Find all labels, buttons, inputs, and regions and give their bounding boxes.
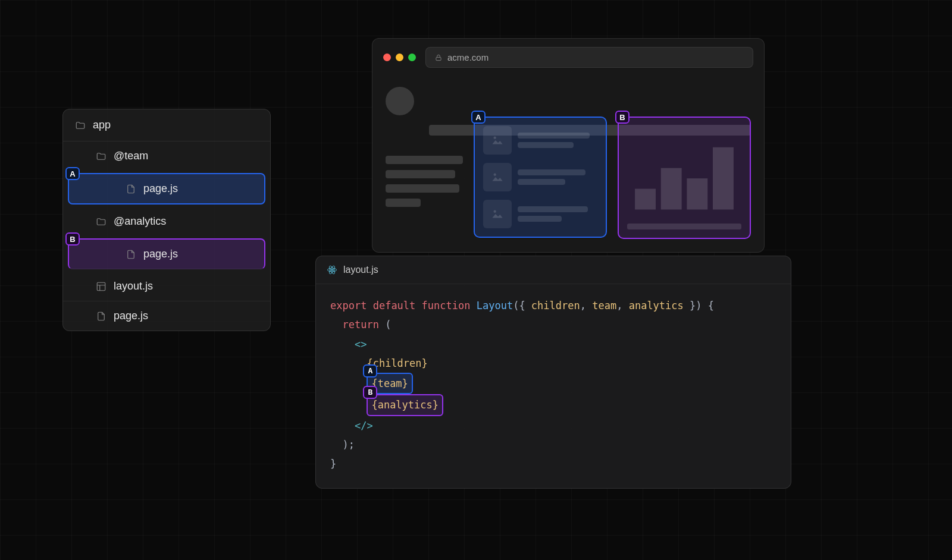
sidebar-item-skeleton (386, 170, 455, 178)
svg-point-2 (494, 137, 496, 139)
list-item (483, 126, 597, 155)
tree-root-label: app (93, 119, 111, 131)
badge-a: A (363, 364, 377, 377)
image-icon (490, 133, 505, 148)
svg-point-4 (494, 210, 496, 213)
file-tree-panel: app @team A page.js @analytics B page.js… (62, 109, 271, 331)
traffic-lights (383, 54, 416, 61)
layout-icon (96, 281, 107, 292)
badge-b: B (363, 386, 377, 399)
code-panel: layout.js export default function Layout… (315, 256, 791, 489)
tree-root[interactable]: app (63, 109, 270, 141)
punc: , (616, 300, 628, 312)
file-icon (126, 249, 136, 260)
tree-item-label: @analytics (114, 215, 166, 228)
punc: , (580, 300, 592, 312)
browser-window: acme.com A (372, 38, 765, 253)
tree-item-team-page[interactable]: A page.js (68, 173, 265, 205)
param-analytics: analytics (629, 300, 684, 312)
image-placeholder (483, 200, 512, 228)
badge-b: B (65, 232, 80, 246)
fn-name: Layout (477, 300, 513, 312)
folder-icon (75, 120, 86, 131)
tree-item-page[interactable]: page.js (63, 301, 270, 331)
list-item (483, 163, 597, 191)
svg-rect-5 (635, 189, 656, 210)
image-icon (490, 206, 505, 222)
close-icon[interactable] (383, 54, 391, 61)
file-icon (126, 184, 136, 194)
tree-item-label: layout.js (114, 280, 153, 292)
tree-item-label: page.js (114, 310, 148, 322)
file-icon (96, 311, 107, 322)
sidebar-skeleton (386, 87, 463, 207)
punc: } (330, 458, 336, 470)
expr-analytics: {analytics} (371, 399, 439, 411)
bar-chart (627, 126, 741, 215)
tree-item-analytics[interactable]: @analytics (63, 207, 270, 236)
browser-viewport: A B (372, 76, 764, 252)
lock-icon (434, 54, 443, 62)
sidebar-item-skeleton (386, 199, 421, 207)
folder-icon (96, 151, 107, 162)
punc: ({ (513, 300, 531, 312)
kw-export: export (330, 300, 367, 312)
chart-axis-skeleton (627, 224, 741, 229)
sidebar-item-skeleton (386, 156, 463, 164)
svg-rect-7 (687, 178, 707, 209)
code-filename: layout.js (343, 265, 378, 275)
badge-a: A (65, 167, 80, 180)
react-icon (327, 265, 337, 275)
kw-return: return (342, 319, 378, 331)
image-placeholder (483, 126, 512, 155)
punc: }) { (684, 300, 714, 312)
tree-item-label: page.js (143, 183, 178, 195)
image-placeholder (483, 163, 512, 191)
zoom-icon[interactable] (408, 54, 416, 61)
code-file-header: layout.js (316, 256, 791, 284)
svg-point-9 (331, 269, 333, 271)
avatar (386, 87, 414, 115)
punc: ( (379, 319, 391, 331)
tree-item-analytics-page[interactable]: B page.js (68, 238, 265, 269)
slot-analytics: B (618, 117, 751, 239)
slot-team: A (474, 117, 607, 238)
folder-icon (96, 216, 107, 227)
svg-rect-8 (713, 147, 734, 210)
address-bar[interactable]: acme.com (425, 47, 753, 68)
expr-analytics-highlighted: B{analytics} (367, 394, 443, 416)
svg-rect-0 (97, 282, 105, 291)
param-children: children (531, 300, 580, 312)
badge-a: A (471, 111, 486, 124)
badge-b: B (615, 111, 630, 124)
kw-function: function (422, 300, 471, 312)
tree-item-team[interactable]: @team (63, 141, 270, 171)
svg-rect-1 (436, 57, 441, 60)
image-icon (490, 169, 505, 185)
tree-item-label: page.js (143, 248, 178, 260)
minimize-icon[interactable] (396, 54, 403, 61)
url-text: acme.com (447, 52, 488, 62)
punc: ); (342, 439, 354, 451)
svg-point-3 (494, 174, 496, 176)
list-item (483, 200, 597, 228)
jsx-frag-close: </> (355, 420, 373, 432)
sidebar-item-skeleton (386, 184, 459, 193)
tree-item-label: @team (114, 150, 148, 162)
param-team: team (592, 300, 616, 312)
svg-rect-6 (661, 168, 682, 210)
code-body: export default function Layout({ childre… (316, 284, 791, 488)
jsx-frag-open: <> (355, 338, 367, 350)
tree-item-layout[interactable]: layout.js (63, 272, 270, 301)
browser-titlebar: acme.com (372, 39, 764, 76)
kw-default: default (373, 300, 416, 312)
